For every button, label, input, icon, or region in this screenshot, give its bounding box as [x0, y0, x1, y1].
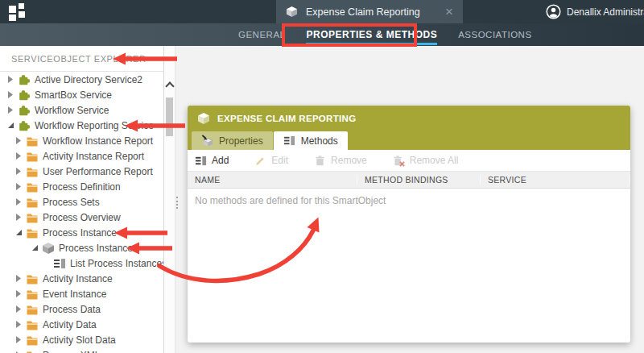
panel-splitter-handle[interactable] [176, 197, 178, 209]
expand-toggle-icon[interactable] [31, 244, 39, 252]
user-avatar-icon [546, 4, 561, 19]
toolbar-button[interactable]: Edit [254, 155, 288, 167]
smartobject-card: EXPENSE CLAIM REPORTING Properties [188, 106, 630, 343]
tree-item-label: Active Directory Service2 [35, 74, 142, 85]
sidebar-scrollbar[interactable] [164, 46, 175, 353]
tree-item[interactable]: Workflow Service [0, 102, 163, 118]
user-name: Denallix Administrator [567, 6, 644, 18]
expand-toggle-icon[interactable] [14, 290, 23, 298]
expand-toggle-icon[interactable] [42, 260, 50, 268]
expand-toggle-icon[interactable] [14, 168, 23, 176]
expand-toggle-icon[interactable] [14, 198, 23, 206]
method-icon [53, 257, 66, 270]
service-puzzle-icon [18, 119, 31, 132]
column-header: SERVICE [481, 175, 630, 185]
tree-item[interactable]: Active Directory Service2 [0, 72, 163, 87]
folder-icon [26, 349, 39, 353]
tree-item-label: Process Sets [43, 197, 100, 208]
app-menu-icon[interactable] [9, 2, 30, 21]
tree-item-label: Process Instance [43, 227, 117, 239]
expand-toggle-icon[interactable] [14, 137, 23, 145]
scroll-up-icon[interactable] [167, 81, 172, 87]
section-tab-label: ASSOCIATIONS [458, 30, 531, 39]
folder-icon [26, 288, 39, 301]
tree-item[interactable]: Event Instance [0, 286, 163, 301]
expand-toggle-icon[interactable] [14, 275, 23, 283]
tree-item[interactable]: Process Instance [0, 225, 163, 240]
tree-item[interactable]: Process XML [0, 347, 163, 353]
smartobject-cube-icon [197, 112, 210, 125]
tree-item-label: Activity Data [43, 319, 97, 330]
expand-toggle-icon[interactable] [14, 321, 23, 329]
tree-item-label: Process Definition [43, 181, 121, 193]
expand-toggle-icon[interactable] [6, 122, 14, 130]
add-method-icon [195, 155, 207, 167]
card-tabs: Properties Methods [188, 131, 630, 150]
tree-item[interactable]: Workflow Instance Report [0, 133, 163, 148]
folder-icon [26, 334, 39, 347]
card-tab-label: Properties [219, 135, 263, 147]
expand-toggle-icon[interactable] [6, 76, 14, 84]
empty-methods-message: No methods are defined for this SmartObj… [188, 189, 630, 213]
top-bar: Expense Claim Reporting × Denallix Admin… [0, 0, 644, 23]
close-tab-icon[interactable]: × [445, 5, 453, 19]
tree-item[interactable]: Process Definition [0, 179, 163, 194]
folder-icon [26, 196, 39, 209]
remove-trash-icon [314, 155, 326, 167]
folder-icon [26, 226, 39, 239]
card-tab[interactable]: Methods [274, 131, 348, 150]
tree-item[interactable]: Workflow Reporting Service [0, 118, 163, 133]
tree-item[interactable]: Process Overview [0, 210, 163, 225]
tree-item[interactable]: Activity Slot Data [0, 332, 163, 347]
tree-item-label: Process Data [43, 304, 101, 315]
expand-toggle-icon[interactable] [14, 336, 23, 344]
serviceobject-explorer-panel: SERVICEOBJECT EXPLORER [0, 46, 164, 353]
tree-item-label: List Process Instances [70, 258, 164, 269]
toolbar-button[interactable]: Remove [314, 155, 367, 167]
expand-toggle-icon[interactable] [6, 106, 14, 114]
expand-toggle-icon[interactable] [14, 229, 23, 237]
folder-icon [26, 318, 39, 331]
expand-toggle-icon[interactable] [14, 214, 23, 222]
tree-item-label: SmartBox Service [35, 89, 112, 101]
tree-item[interactable]: Activity Instance Report [0, 148, 163, 164]
tree-item[interactable]: User Performance Report [0, 164, 163, 179]
tree-item[interactable]: List Process Instances [0, 255, 163, 271]
toolbar-button[interactable]: Add [195, 155, 229, 167]
folder-icon [26, 303, 39, 316]
expand-toggle-icon[interactable] [14, 305, 23, 314]
card-tab[interactable]: Properties [192, 131, 273, 150]
tree-item[interactable]: Activity Instance [0, 271, 163, 286]
tree-item-label: Activity Slot Data [43, 334, 116, 346]
tree-item[interactable]: Process Instance [0, 240, 163, 255]
tree-item-label: Activity Instance [43, 273, 113, 284]
expand-toggle-icon[interactable] [6, 91, 14, 99]
tree-item[interactable]: Activity Data [0, 317, 163, 332]
card-header: EXPENSE CLAIM REPORTING [188, 106, 630, 131]
tree-item[interactable]: Process Data [0, 301, 163, 317]
toolbar-button-label: Add [212, 155, 229, 166]
tree-item-label: Workflow Reporting Service [35, 120, 154, 131]
document-tab[interactable]: Expense Claim Reporting × [276, 0, 463, 23]
expand-toggle-icon[interactable] [14, 183, 23, 191]
tree-item-label: Process Instance [59, 243, 133, 254]
smartobject-cube-icon [42, 242, 55, 255]
explorer-panel-header: SERVICEOBJECT EXPLORER [0, 46, 163, 72]
scrollbar-thumb[interactable] [166, 98, 173, 136]
section-tab[interactable]: PROPERTIES & METHODS [306, 23, 437, 46]
user-menu[interactable]: Denallix Administrator [546, 0, 644, 23]
toolbar-button-label: Remove All [410, 155, 459, 166]
section-tab[interactable]: GENERAL [238, 23, 285, 46]
toolbar-button-label: Remove [331, 155, 367, 166]
tree-item[interactable]: Process Sets [0, 194, 163, 210]
tree-item-label: Process XML [43, 350, 100, 353]
tree-item[interactable]: SmartBox Service [0, 87, 163, 102]
toolbar-button[interactable]: Remove All [393, 155, 459, 167]
section-tab[interactable]: ASSOCIATIONS [458, 23, 531, 46]
tree-item-label: Activity Instance Report [43, 151, 144, 162]
expand-toggle-icon[interactable] [14, 152, 23, 160]
tree-item-label: User Performance Report [43, 166, 153, 177]
serviceobject-tree: Active Directory Service2 [0, 72, 163, 353]
section-tab-label: GENERAL [238, 30, 285, 39]
folder-icon [26, 135, 39, 147]
